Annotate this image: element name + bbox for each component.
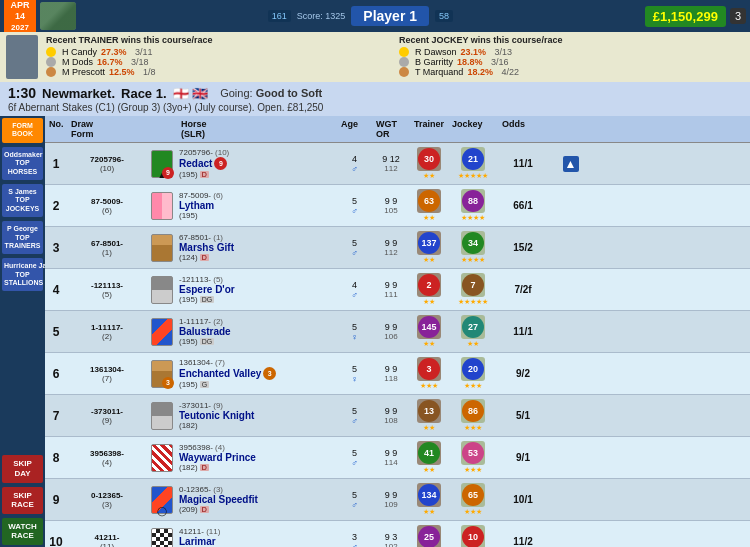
odds-cell[interactable]: 11/1 xyxy=(498,157,548,170)
age-cell: 4 ♂ xyxy=(337,153,372,175)
scroll-cell xyxy=(548,415,593,417)
jockey-pct-3: 18.2% xyxy=(467,67,497,77)
trainer-stars: ★★ xyxy=(423,214,435,222)
odds-cell[interactable]: 11/1 xyxy=(498,325,548,338)
draw-form: 41211- (11) xyxy=(67,532,147,548)
wgt-or-cell: 9 9 106 xyxy=(372,321,410,342)
trainer-cell: 145 ★★ xyxy=(410,314,448,349)
gold-medal-trainer xyxy=(46,47,56,57)
horse-name[interactable]: Wayward Prince xyxy=(179,452,256,463)
horse-name[interactable]: Balustrade xyxy=(179,326,231,337)
wgt-or-cell: 9 9 112 xyxy=(372,237,410,258)
table-row[interactable]: 10 41211- (11) ▲ 41211- (11) Larimar (14… xyxy=(45,521,750,547)
table-row[interactable]: 4 -121113- (5) -121113- (5) Espere D'or … xyxy=(45,269,750,311)
sidebar-top-jockeys[interactable]: S James TOP JOCKEYS xyxy=(2,184,43,217)
horse-name[interactable]: Redact xyxy=(179,158,212,169)
horse-num: 7 xyxy=(45,408,67,424)
table-row[interactable]: 6 1361304- (7) 3 1361304- (7) Enchanted … xyxy=(45,353,750,395)
wgt-or-cell: 9 9 108 xyxy=(372,405,410,426)
skip-day-button[interactable]: SKIP DAY xyxy=(2,455,43,482)
bronze-medal-jockey xyxy=(399,67,409,77)
trainer-face: 63 xyxy=(417,189,441,213)
scroll-cell xyxy=(548,289,593,291)
table-row[interactable]: 8 3956398- (4) 3956398- (4) Wayward Prin… xyxy=(45,437,750,479)
watch-race-button[interactable]: WATCH RACE xyxy=(2,518,43,545)
age-cell: 5 ♀ xyxy=(337,363,372,385)
trainer-stat-1: H Candy 27.3% 3/11 xyxy=(46,47,391,57)
trainer-stars: ★★★ xyxy=(420,382,438,390)
horse-name[interactable]: Magical Speedfit xyxy=(179,494,258,505)
jockey-stars: ★★★ xyxy=(464,424,482,432)
trainer-cell: 41 ★★ xyxy=(410,440,448,475)
sidebar-top-trainers[interactable]: P George TOP TRAINERS xyxy=(2,221,43,254)
horse-name[interactable]: Teutonic Knight xyxy=(179,410,254,421)
table-row[interactable]: 3 67-8501- (1) 67-8501- (1) Marshs Gift … xyxy=(45,227,750,269)
draw-form: -121113- (5) xyxy=(67,280,147,300)
jockey-cell: 7 ★★★★★ xyxy=(448,272,498,307)
draw-form: 1-11117- (2) xyxy=(67,322,147,342)
horse-num: 9 xyxy=(45,492,67,508)
col-trainer: Trainer xyxy=(412,118,450,140)
trainer-frac-3: 1/8 xyxy=(143,67,156,77)
silks-cell: 3 xyxy=(147,359,177,389)
scroll-cell xyxy=(548,331,593,333)
trainer-stars: ★★ xyxy=(423,172,435,180)
gold-medal-jockey xyxy=(399,47,409,57)
wgt-or-cell: 9 12 112 xyxy=(372,153,410,174)
jockey-stars: ★★★★ xyxy=(461,214,485,222)
jockey-pct-1: 23.1% xyxy=(461,47,491,57)
jockey-stats-title: Recent JOCKEY wins this course/race xyxy=(399,35,744,45)
trainer-stars: ★★ xyxy=(423,298,435,306)
col-odds: Odds xyxy=(500,118,550,140)
horse-name[interactable]: Lytham xyxy=(179,200,214,211)
trainer-stat-3: M Prescott 12.5% 1/8 xyxy=(46,67,391,77)
horse-name[interactable]: Marshs Gift xyxy=(179,242,234,253)
sidebar-form-book[interactable]: FORM BOOK xyxy=(2,118,43,143)
horse-num: 4 xyxy=(45,282,67,298)
left-sidebar: FORM BOOK Oddsmaker TOP HORSES S James T… xyxy=(0,116,45,547)
top-bar: APR 14 2027 161 Score: 1325 Player 1 58 … xyxy=(0,0,750,32)
odds-cell[interactable]: 9/2 xyxy=(498,367,548,380)
table-row[interactable]: 5 1-11117- (2) 1-11117- (2) Balustrade (… xyxy=(45,311,750,353)
scroll-cell xyxy=(548,205,593,207)
sidebar-top-stallions[interactable]: Hurricane Jack TOP STALLIONS xyxy=(2,258,43,291)
odds-cell[interactable]: 66/1 xyxy=(498,199,548,212)
trainer-cell: 137 ★★ xyxy=(410,230,448,265)
horse-num: 2 xyxy=(45,198,67,214)
horse-name[interactable]: Enchanted Valley xyxy=(179,368,261,379)
scroll-cell xyxy=(548,499,593,501)
trainer-face: 13 xyxy=(417,399,441,423)
table-row[interactable]: 1 7205796- (10) ▲ 9 7205796- (10) Redact… xyxy=(45,143,750,185)
age-cell: 5 ♀ xyxy=(337,321,372,343)
trainer-face: 134 xyxy=(417,483,441,507)
jockey-face: 65 xyxy=(461,483,485,507)
trainer-name-1: H Candy xyxy=(62,47,97,57)
skip-race-button[interactable]: SKIP RACE xyxy=(2,487,43,514)
jockey-cell: 88 ★★★★ xyxy=(448,188,498,223)
jockey-stat-3: T Marquand 18.2% 4/22 xyxy=(399,67,744,77)
odds-cell[interactable]: 11/2 xyxy=(498,535,548,547)
score-label: Score: 1325 xyxy=(297,11,346,21)
odds-cell[interactable]: 5/1 xyxy=(498,409,548,422)
odds-cell[interactable]: 10/1 xyxy=(498,493,548,506)
race-title-row: 1:30 Newmarket. Race 1. 🏴󠁧󠁢󠁥󠁮󠁧󠁿 🇬🇧 Going… xyxy=(8,85,742,101)
trainer-stars: ★★ xyxy=(423,256,435,264)
table-row[interactable]: 2 87-5009- (6) 87-5009- (6) Lytham (195) xyxy=(45,185,750,227)
silver-medal-trainer xyxy=(46,57,56,67)
table-row[interactable]: 7 -373011- (9) -373011- (9) Teutonic Kni… xyxy=(45,395,750,437)
horse-num: 10 xyxy=(45,534,67,548)
sidebar-top-horses[interactable]: Oddsmaker TOP HORSES xyxy=(2,147,43,180)
odds-cell[interactable]: 9/1 xyxy=(498,451,548,464)
bronze-medal-trainer xyxy=(46,67,56,77)
horse-name[interactable]: Larimar xyxy=(179,536,216,547)
odds-cell[interactable]: 15/2 xyxy=(498,241,548,254)
silks-cell xyxy=(147,317,177,347)
trainer-cell: 13 ★★ xyxy=(410,398,448,433)
odds-cell[interactable]: 7/2f xyxy=(498,283,548,296)
silks-cell xyxy=(147,443,177,473)
scroll-up-arrow[interactable]: ▲ xyxy=(563,156,579,172)
table-row[interactable]: 9 0-12365- (3) ◯ 0-12365- (3) Magical Sp… xyxy=(45,479,750,521)
jockey-face: 20 xyxy=(461,357,485,381)
age-cell: 3 ♂ xyxy=(337,531,372,548)
horse-name[interactable]: Espere D'or xyxy=(179,284,235,295)
